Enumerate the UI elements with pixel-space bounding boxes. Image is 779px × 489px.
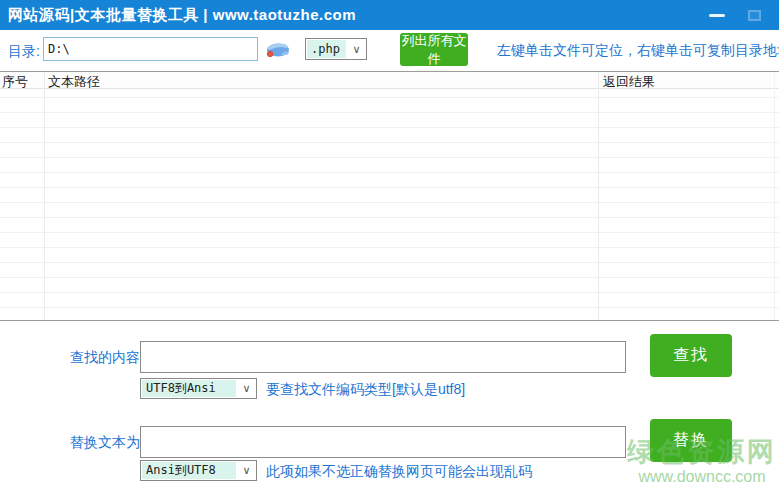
title-bar: 网站源码|文本批量替换工具 | www.taotuzhe.com bbox=[0, 0, 779, 30]
list-all-files-button[interactable]: 列出所有文件 bbox=[400, 33, 468, 66]
file-extension-select[interactable]: .php ∨ bbox=[305, 38, 367, 60]
column-divider bbox=[44, 72, 45, 320]
file-extension-value: .php bbox=[307, 40, 346, 58]
chevron-down-icon: ∨ bbox=[237, 379, 256, 398]
table-header: 序号 文本路径 返回结果 bbox=[0, 72, 779, 89]
find-label: 查找的内容 bbox=[70, 349, 140, 367]
directory-input[interactable] bbox=[43, 37, 258, 61]
replace-button[interactable]: 替换 bbox=[650, 419, 732, 462]
column-header-path[interactable]: 文本路径 bbox=[48, 73, 100, 91]
replace-label: 替换文本为 bbox=[70, 434, 140, 452]
replace-encoding-select[interactable]: Ansi到UTF8 ∨ bbox=[140, 460, 257, 481]
find-input[interactable] bbox=[140, 341, 626, 373]
watermark-site-url: www.downcc.com bbox=[627, 469, 777, 485]
find-hint-text: 要查找文件编码类型[默认是utf8] bbox=[266, 381, 465, 399]
replace-encoding-value: Ansi到UTF8 bbox=[142, 462, 236, 479]
toolbar: 目录: .php ∨ 列出所有文件 左键单击文件可定位，右键单击可复制目录地址 bbox=[0, 30, 779, 71]
column-header-result[interactable]: 返回结果 bbox=[603, 73, 655, 91]
directory-label: 目录: bbox=[8, 43, 40, 61]
replace-input[interactable] bbox=[140, 426, 626, 458]
browse-folder-icon[interactable] bbox=[263, 39, 291, 60]
find-button[interactable]: 查找 bbox=[650, 334, 732, 377]
chevron-down-icon: ∨ bbox=[347, 39, 366, 59]
minimize-button[interactable] bbox=[700, 0, 734, 30]
column-divider bbox=[774, 72, 775, 320]
maximize-button[interactable] bbox=[737, 0, 771, 30]
file-list-table[interactable]: 序号 文本路径 返回结果 bbox=[0, 71, 779, 321]
maximize-icon bbox=[748, 10, 761, 21]
find-encoding-value: UTF8到Ansi bbox=[142, 380, 236, 397]
find-encoding-select[interactable]: UTF8到Ansi ∨ bbox=[140, 378, 257, 399]
chevron-down-icon: ∨ bbox=[237, 461, 256, 480]
column-header-seq[interactable]: 序号 bbox=[2, 73, 28, 91]
toolbar-hint-text: 左键单击文件可定位，右键单击可复制目录地址 bbox=[497, 42, 779, 60]
column-divider bbox=[598, 72, 599, 320]
app-window: 网站源码|文本批量替换工具 | www.taotuzhe.com 目录: .ph… bbox=[0, 0, 779, 489]
minimize-icon bbox=[709, 14, 725, 17]
window-title: 网站源码|文本批量替换工具 | www.taotuzhe.com bbox=[0, 6, 356, 25]
replace-hint-text: 此项如果不选正确替换网页可能会出现乱码 bbox=[266, 463, 532, 481]
table-body[interactable] bbox=[0, 90, 779, 320]
